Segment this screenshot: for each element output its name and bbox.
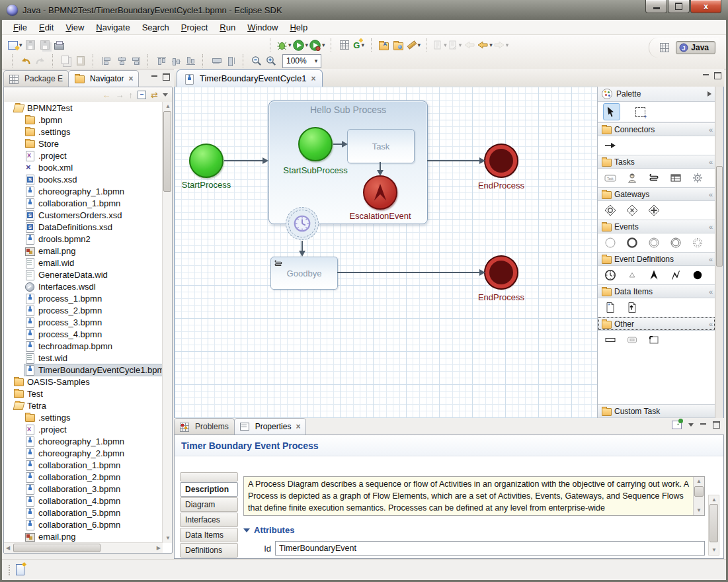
debug-button[interactable]: ▾ (277, 38, 292, 52)
tree-item-customersorders-xsd[interactable]: SCustomersOrders.xsd (4, 209, 163, 221)
tree-item-choreography-1-bpmn[interactable]: choreography_1.bpmn (4, 185, 163, 197)
view-menu-icon[interactable] (688, 423, 694, 427)
description-box[interactable]: A Process Diagram describes a sequence o… (243, 476, 705, 516)
mark-occurrences-button[interactable]: ▾ (407, 38, 421, 52)
palette-section-tasks[interactable]: Tasks« (598, 155, 715, 169)
selection-tool[interactable] (603, 103, 620, 120)
minimize-editor-icon[interactable] (703, 74, 709, 77)
palette-section-connectors[interactable]: Connectors« (598, 122, 715, 136)
pin-drawer-icon[interactable]: « (709, 255, 712, 263)
tree-item-row[interactable]: collaboration_3.bpmn (24, 483, 122, 495)
tree-item-collaboration-1-bpmn[interactable]: collaboration_1.bpmn (4, 197, 163, 209)
tree-item-test-wid[interactable]: test.wid (4, 352, 163, 364)
redo-button[interactable] (34, 54, 47, 68)
collapse-all-icon[interactable]: − (138, 91, 146, 99)
palette-section-events[interactable]: Events« (598, 220, 715, 233)
parallel-gateway-icon[interactable] (647, 203, 661, 218)
tree-item-process-4-bpmn[interactable]: process_4.bpmn (4, 328, 163, 340)
tree-item-row[interactable]: collaboration_1.bpmn (24, 198, 122, 209)
maximize-button[interactable] (668, 0, 690, 13)
intermediate-throw-event-icon[interactable] (668, 235, 683, 250)
tree-item-row[interactable]: drools.bpmn2 (24, 233, 93, 245)
tree-item-row[interactable]: SCustomersOrders.xsd (24, 210, 124, 221)
pin-drawer-icon[interactable]: « (709, 288, 712, 296)
dropdown-caret-icon[interactable]: ▾ (459, 42, 462, 48)
title-bar[interactable]: Java - BPMN2Test/TimerBoundaryEventCycle… (0, 0, 728, 20)
tree-item-test[interactable]: Test (4, 388, 163, 399)
tab-package-explorer[interactable]: Package E (3, 70, 69, 87)
tree-item-book-xml[interactable]: ×book.xml (4, 161, 163, 173)
open-resource-button[interactable] (393, 38, 406, 52)
tree-item-generatedata-wid[interactable]: GenerateData.wid (4, 269, 163, 280)
escalation-icon[interactable] (647, 268, 661, 282)
tree-item-row[interactable]: .bpmn (24, 114, 64, 126)
dropdown-caret-icon[interactable]: ▾ (305, 42, 309, 48)
tree-item--settings[interactable]: .settings (4, 126, 163, 138)
save-button[interactable] (24, 38, 37, 52)
back-disabled-button[interactable] (463, 38, 476, 52)
dropdown-caret-icon[interactable]: ▾ (506, 42, 509, 48)
dropdown-caret-icon[interactable]: ▾ (489, 42, 493, 48)
service-task-icon[interactable] (690, 171, 705, 185)
property-tab-definitions[interactable]: Definitions (180, 543, 238, 558)
tree-item-row[interactable]: email.png (24, 245, 77, 257)
menu-search[interactable]: Search (136, 21, 175, 34)
data-object-icon[interactable] (603, 300, 618, 315)
editor-tab[interactable]: TimerBoundaryEventCycle1 × (177, 69, 323, 87)
tree-item-row[interactable]: process_3.bpmn (24, 317, 104, 328)
tree-item-collaboration-3-bpmn[interactable]: collaboration_3.bpmn (4, 483, 163, 495)
pool-icon[interactable] (625, 333, 639, 347)
open-perspective-button[interactable] (658, 40, 671, 55)
tree-item-row[interactable]: choreography_2.bpmn (24, 448, 126, 459)
align-right-button[interactable] (129, 54, 142, 68)
dropdown-caret-icon[interactable]: ▾ (288, 42, 292, 48)
editor-vertical-scrollbar[interactable] (715, 87, 723, 418)
tree-item--settings[interactable]: .settings (4, 411, 163, 423)
tree-item-row[interactable]: collaboration_6.bpmn (24, 519, 122, 530)
tree-vertical-scrollbar[interactable]: ▲ ▼ (162, 102, 172, 543)
print-button[interactable] (53, 38, 66, 52)
dropdown-caret-icon[interactable]: ▾ (418, 42, 421, 48)
last-edit-location-button[interactable]: ▾ (433, 38, 447, 52)
close-button[interactable]: x (690, 0, 721, 13)
properties-vertical-scrollbar[interactable]: ▲ ▼ (708, 495, 719, 556)
tree-item-row[interactable]: .settings (24, 126, 72, 138)
intermediate-catch-event-icon[interactable] (647, 235, 661, 250)
link-with-editor-icon[interactable]: ⇄ (151, 91, 158, 99)
new-class-wizard-button[interactable]: G▾ (352, 38, 366, 52)
sequence-flow[interactable] (337, 272, 481, 273)
start-event-node[interactable] (189, 144, 223, 178)
new-java-package-button[interactable] (338, 38, 351, 52)
inclusive-gateway-icon[interactable] (603, 203, 618, 218)
back-button[interactable]: ▾ (477, 38, 493, 52)
start-event-icon[interactable] (603, 235, 618, 250)
save-all-button[interactable] (38, 38, 52, 52)
undo-button[interactable] (19, 54, 32, 68)
tree-item-tetra[interactable]: Tetra (4, 399, 163, 411)
tree-item-interfaces-wsdl[interactable]: Interfaces.wsdl (4, 280, 163, 292)
tree-item--bpmn[interactable]: .bpmn (4, 114, 163, 126)
align-top-button[interactable] (155, 54, 168, 68)
align-bottom-button[interactable] (184, 54, 197, 68)
diagram-canvas[interactable]: Hello Sub Process StartProcess StartSubP… (175, 87, 598, 418)
tree-item-row[interactable]: email.png (24, 531, 77, 542)
description-scrollbar[interactable]: ▲ ▼ (693, 477, 704, 515)
tree-item-row[interactable]: TimerBoundaryEventCycle1.bpmn (24, 364, 163, 376)
menu-window[interactable]: Window (241, 21, 284, 34)
tree-item-row[interactable]: X.project (24, 424, 69, 435)
palette-section-other[interactable]: Other« (598, 317, 715, 331)
pin-drawer-icon[interactable]: « (709, 223, 712, 231)
tree-item-row[interactable]: SDataDefinitions.xsd (24, 222, 114, 233)
tree-item-books-xsd[interactable]: Sbooks.xsd (4, 173, 163, 185)
tree-item-row[interactable]: choreography_1.bpmn (24, 186, 126, 197)
menu-view[interactable]: View (60, 21, 90, 34)
property-tab-diagram[interactable]: Diagram (180, 497, 238, 512)
sequence-flow[interactable] (427, 160, 481, 161)
align-center-button[interactable] (114, 54, 128, 68)
end-event-top-node[interactable] (485, 145, 517, 177)
align-left-button[interactable] (100, 54, 113, 68)
tree-item-email-png[interactable]: email.png (4, 530, 163, 542)
escalation-event-node[interactable] (363, 175, 397, 210)
marquee-tool[interactable] (632, 104, 648, 120)
sequence-flow-icon[interactable] (603, 138, 618, 153)
